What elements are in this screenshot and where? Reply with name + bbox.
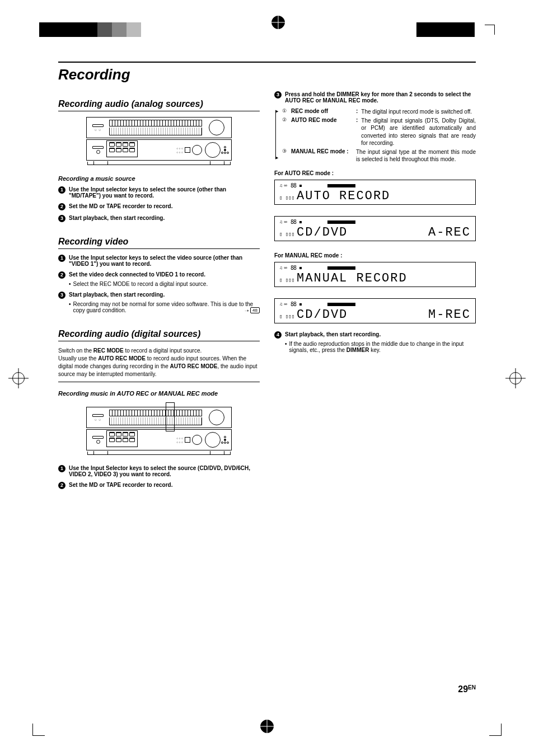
- step-item: 2Set the video deck connected to VIDEO 1…: [58, 271, 260, 279]
- page-number: 29EN: [458, 684, 476, 694]
- lcd-text: M-REC: [428, 308, 471, 322]
- registration-mark-icon: [271, 16, 285, 29]
- lcd-display: ♫ ∞ 88 ▯ ▯▯▯ CD/DVD A-REC: [274, 216, 476, 241]
- step-note: •Select the REC MODE to record a digital…: [69, 281, 260, 287]
- device-illustration: ○ ○ ○ ○: [86, 117, 232, 165]
- step-item: 3Press and hold the DIMMER key for more …: [274, 91, 476, 104]
- step-item: 3Start playback, then start recording.: [58, 292, 260, 299]
- step-item: 2Set the MD or TAPE recorder to record.: [58, 203, 260, 210]
- right-column: 3Press and hold the DIMMER key for more …: [274, 91, 476, 491]
- step-note: • Recording may not be normal for some v…: [69, 301, 260, 313]
- step-item: 1Use the Input selector keys to select t…: [58, 255, 260, 267]
- device-illustration: ○ ○ ○ ○: [86, 407, 232, 455]
- step-note: • If the audio reproduction stops in the…: [285, 341, 476, 353]
- mode-item: ① REC mode off : The digital input recor…: [281, 108, 476, 116]
- page-reference: ➝48: [245, 307, 260, 313]
- left-column: Recording audio (analog sources) ○ ○: [58, 91, 260, 491]
- crop-mark-icon: [486, 720, 502, 736]
- crop-mark-icon: [32, 720, 48, 736]
- step-item: 1Use the Input selector keys to select t…: [58, 186, 260, 199]
- lcd-display: ♫ ∞ 88 ▯ ▯▯▯ AUTO RECORD: [274, 180, 476, 205]
- headphone-icon: ♫ ∞: [279, 183, 287, 188]
- step-item: 1Use the Input Selector keys to select t…: [58, 465, 260, 477]
- step-item: 2Set the MD or TAPE recorder to record.: [58, 482, 260, 489]
- lcd-display: ♫ ∞ 88 ▯ ▯▯▯ CD/DVD M-REC: [274, 298, 476, 323]
- lcd-text: CD/DVD: [297, 308, 348, 322]
- page-title: Recording: [58, 66, 476, 83]
- lcd-display: ♫ ∞ 88 ▯ ▯▯▯ MANUAL RECORD: [274, 262, 476, 287]
- print-marks-bottom: [0, 712, 534, 740]
- lcd-text: MANUAL RECORD: [297, 271, 407, 285]
- heading-digital: Recording audio (digital sources): [58, 329, 260, 341]
- label-for-manual: For MANUAL REC mode :: [274, 252, 476, 259]
- mode-item: ② AUTO REC mode : The digital input sign…: [281, 117, 476, 147]
- heading-rec-mode: Recording music in AUTO REC or MANUAL RE…: [58, 390, 260, 397]
- mode-list: ① REC mode off : The digital input recor…: [281, 108, 476, 163]
- heading-video: Recording video: [58, 237, 260, 249]
- lcd-text: AUTO RECORD: [297, 189, 390, 203]
- headphone-icon: ♫ ∞: [279, 302, 287, 307]
- heading-analog: Recording audio (analog sources): [58, 99, 260, 111]
- label-for-auto: For AUTO REC mode :: [274, 170, 476, 176]
- lcd-text: CD/DVD: [297, 226, 348, 240]
- heading-music-source: Recording a music source: [58, 175, 260, 182]
- registration-mark-icon: [260, 720, 274, 733]
- body-text: Switch on the REC MODE to record a digit…: [58, 347, 260, 378]
- registration-mark-right-icon: [509, 372, 522, 384]
- step-item: 4Start playback, then start recording.: [274, 331, 476, 339]
- step-item: 3Start playback, then start recording.: [58, 215, 260, 222]
- lcd-text: A-REC: [428, 226, 471, 240]
- cycle-arrow-icon: [275, 111, 276, 158]
- registration-mark-left-icon: [12, 372, 25, 384]
- print-marks-top: [0, 16, 534, 44]
- mode-item: ③ MANUAL REC mode : The input signal typ…: [281, 148, 476, 163]
- rule-top: [58, 62, 476, 63]
- headphone-icon: ♫ ∞: [279, 265, 287, 270]
- page-content: Recording Recording audio (analog source…: [58, 62, 476, 694]
- headphone-icon: ♫ ∞: [279, 219, 287, 224]
